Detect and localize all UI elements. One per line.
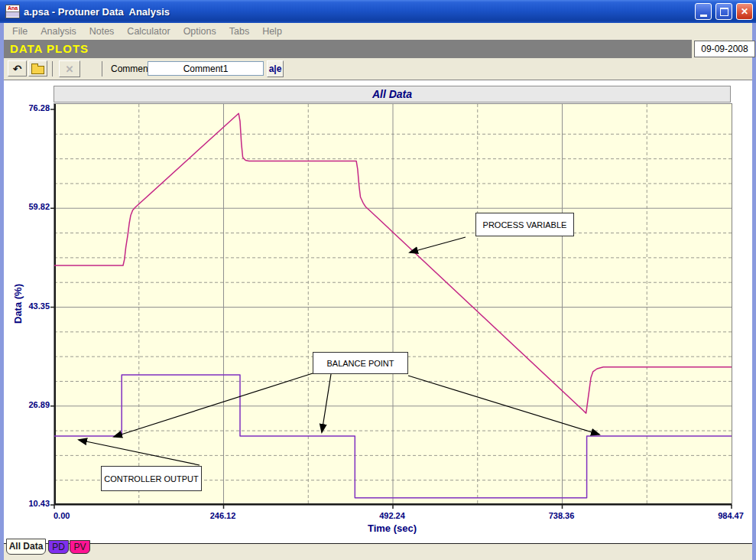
edit-text-icon: a|e [269, 63, 282, 74]
title-bar: Ana a.psa - Protuner Data Analysis ✕ [0, 0, 756, 23]
comment-input[interactable] [148, 61, 264, 76]
chart-area: All Data Data (%) PROCESS VARIABLEBALANC… [4, 80, 752, 543]
page-header-row: DATA PLOTS 09-09-2008 [4, 39, 752, 59]
window-controls: ✕ [695, 3, 753, 20]
annotation-balance-point: BALANCE POINT [313, 352, 408, 374]
menu-notes[interactable]: Notes [85, 24, 119, 38]
date-display: 09-09-2008 [694, 41, 755, 57]
edit-text-button[interactable]: a|e [267, 60, 284, 77]
minimize-icon [700, 15, 707, 17]
menu-bar: File Analysis Notes Calculator Options T… [4, 23, 752, 39]
tab-pd[interactable]: PD [48, 540, 69, 554]
comment-label: Comment [111, 63, 151, 74]
app-icon-graphic [6, 11, 19, 17]
menu-options[interactable]: Options [179, 24, 221, 38]
x-tick-label: 492.24 [379, 511, 405, 520]
plot-canvas [54, 104, 732, 505]
y-tick-label: 26.89 [8, 400, 50, 409]
delete-icon: ✕ [66, 63, 74, 75]
toolbar-separator [102, 61, 102, 77]
y-tick-label: 43.35 [8, 301, 50, 311]
tab-bar: All Data PD PV [4, 543, 752, 560]
x-tick-label: 738.36 [549, 511, 575, 520]
open-button[interactable] [28, 60, 47, 77]
minimize-button[interactable] [695, 3, 712, 20]
y-tick-label: 59.82 [8, 202, 50, 211]
plot-area: PROCESS VARIABLEBALANCE POINTCONTROLLER … [54, 103, 732, 506]
app-icon-text: Ana [8, 5, 18, 11]
maximize-icon [720, 8, 728, 16]
undo-button[interactable]: ↶ [8, 60, 27, 77]
chart-title: All Data [54, 86, 731, 103]
x-axis-label: Time (sec) [368, 523, 417, 534]
menu-help[interactable]: Help [258, 24, 287, 38]
undo-icon: ↶ [13, 63, 22, 75]
annotation-process-variable: PROCESS VARIABLE [475, 213, 574, 236]
menu-file[interactable]: File [8, 24, 32, 38]
x-tick-label: 984.47 [718, 511, 744, 520]
x-tick-label: 246.12 [210, 511, 236, 520]
app-window: Ana a.psa - Protuner Data Analysis ✕ Fil… [0, 0, 756, 560]
window-frame: File Analysis Notes Calculator Options T… [0, 23, 756, 560]
x-tick-label: 0.00 [54, 511, 70, 520]
menu-tabs[interactable]: Tabs [225, 24, 254, 38]
annotation-controller-output: CONTROLLER OUTPUT [101, 466, 202, 491]
close-button[interactable]: ✕ [736, 3, 753, 20]
tab-pv[interactable]: PV [70, 540, 90, 554]
open-folder-icon [31, 66, 44, 74]
y-tick-label: 76.28 [8, 103, 50, 112]
window-title: a.psa - Protuner Data Analysis [24, 6, 695, 18]
toolbar: ↶ ✕ Comment a|e [4, 59, 752, 80]
app-icon: Ana [5, 5, 20, 18]
toolbar-separator [52, 61, 53, 77]
delete-button[interactable]: ✕ [59, 60, 80, 77]
menu-calculator[interactable]: Calculator [122, 24, 174, 38]
y-tick-label: 10.43 [8, 499, 50, 508]
maximize-button[interactable] [715, 3, 732, 20]
menu-analysis[interactable]: Analysis [36, 24, 81, 38]
page-title: DATA PLOTS [4, 40, 692, 58]
tab-all-data[interactable]: All Data [6, 539, 46, 555]
close-icon: ✕ [741, 6, 748, 17]
